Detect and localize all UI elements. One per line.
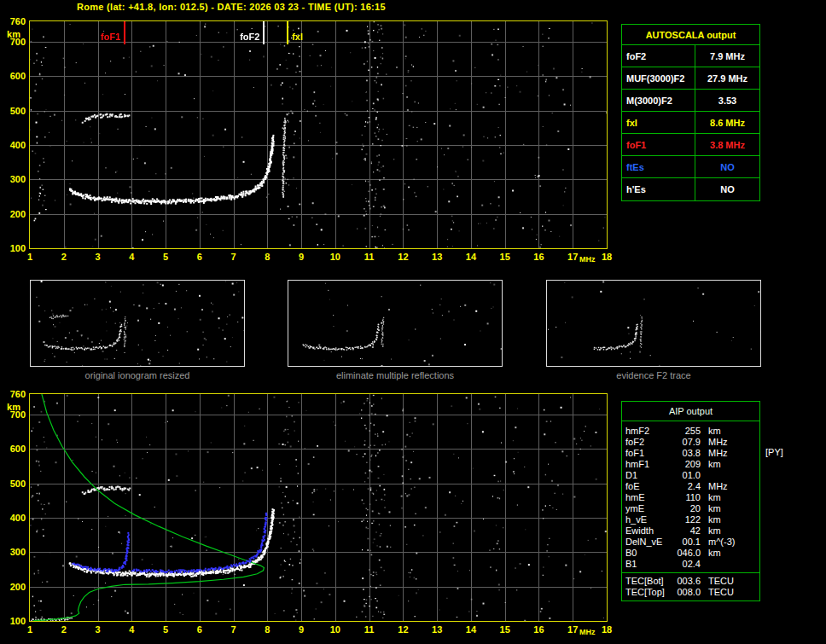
ionogram-plot-top xyxy=(29,20,608,249)
param-label: TEC[Top] xyxy=(625,587,672,598)
thumbnail-multiple-reflections xyxy=(288,280,503,367)
x-tick-label: 18 xyxy=(596,252,617,262)
thumbnail-canvas-f2 xyxy=(547,281,760,366)
param-value: NO xyxy=(695,156,759,177)
param-value: 03.8 xyxy=(672,448,701,459)
thumbnail-caption: evidence F2 trace xyxy=(546,370,761,380)
table-row: DelN_vE 00.1 m^(-3) xyxy=(622,537,759,548)
x-tick-label: 13 xyxy=(427,624,447,635)
x-tick-label: 14 xyxy=(461,252,481,262)
table-row: M(3000)F2 3.53 xyxy=(622,90,759,112)
autoscala-output-title: AUTOSCALA output xyxy=(622,25,759,45)
x-tick-label: 8 xyxy=(257,252,277,262)
x-tick-label: 7 xyxy=(224,624,244,635)
x-tick-label: 10 xyxy=(325,252,346,262)
ionogram-plot-bottom xyxy=(29,393,608,622)
table-row: TEC[Bot] 003.6 TECU xyxy=(622,576,759,587)
param-label: hmF1 xyxy=(625,459,672,470)
param-value: 110 xyxy=(672,492,701,503)
param-unit: km xyxy=(701,548,721,559)
y-tick-label: 500 xyxy=(2,106,26,116)
param-label: B0 xyxy=(625,548,672,559)
param-unit: MHz xyxy=(701,437,728,448)
y-tick-label: 100 xyxy=(2,616,26,626)
ionogram-canvas-bottom xyxy=(30,394,607,621)
param-label: hmF2 xyxy=(625,426,672,437)
table-row: foE 2.4 MHz xyxy=(622,481,759,492)
param-value: 00.1 xyxy=(672,537,701,548)
param-value: 02.4 xyxy=(672,559,701,570)
x-tick-label: 15 xyxy=(495,624,515,635)
table-row: TEC[Top] 008.0 TECU xyxy=(622,587,759,598)
x-tick-label: 9 xyxy=(291,624,311,635)
x-tick-label: 16 xyxy=(528,624,549,635)
x-tick-label: 12 xyxy=(393,252,413,262)
param-label: TEC[Bot] xyxy=(625,576,672,587)
param-label: foF2 xyxy=(622,45,695,67)
table-row: ftEs NO xyxy=(622,156,759,178)
param-value: 27.9 MHz xyxy=(695,67,759,89)
param-unit xyxy=(701,559,708,570)
param-unit: MHz xyxy=(701,448,728,459)
x-axis-unit: MHz xyxy=(579,254,596,264)
table-row: foF1 03.8 MHz xyxy=(622,448,759,459)
thumbnail-caption: eliminate multiple reflections xyxy=(288,370,503,380)
param-label: DelN_vE xyxy=(625,537,672,548)
x-tick-label: 2 xyxy=(54,624,74,635)
table-row: Ewidth 42 km xyxy=(622,525,759,537)
y-tick-label: 600 xyxy=(2,71,26,81)
x-tick-label: 11 xyxy=(359,624,380,635)
param-unit: MHz xyxy=(701,481,728,492)
table-row: hmF1 209 km xyxy=(622,459,759,470)
thumbnail-original-ionogram xyxy=(30,280,245,367)
foF1-marker-line xyxy=(124,21,125,44)
param-unit: km xyxy=(701,492,721,503)
param-label: foF2 xyxy=(625,437,672,448)
param-label: M(3000)F2 xyxy=(622,90,695,111)
x-tick-label: 13 xyxy=(427,252,447,262)
param-value: NO xyxy=(695,178,759,200)
table-row: h'Es NO xyxy=(622,178,759,200)
y-tick-label: 600 xyxy=(2,444,26,454)
x-tick-label: 14 xyxy=(461,624,481,635)
fxI-marker-label: fxI xyxy=(292,32,303,42)
x-tick-label: 3 xyxy=(88,252,108,262)
x-tick-label: 3 xyxy=(88,624,108,635)
x-tick-label: 9 xyxy=(291,252,311,262)
param-label: foF1 xyxy=(622,134,695,155)
y-tick-label: 300 xyxy=(2,174,26,184)
foF2-marker-line xyxy=(263,21,265,44)
x-tick-label: 5 xyxy=(155,624,176,635)
x-tick-label: 7 xyxy=(224,252,244,262)
param-label: D1 xyxy=(625,470,672,481)
y-tick-label: 760 xyxy=(2,389,26,399)
param-unit: km xyxy=(701,514,721,525)
x-tick-label: 18 xyxy=(596,624,617,635)
param-value: 42 xyxy=(672,525,701,537)
py-flag-note: [PY] xyxy=(765,447,783,457)
param-label: h_vE xyxy=(625,514,672,525)
param-label: ftEs xyxy=(622,156,695,177)
foF2-marker-label: foF2 xyxy=(222,32,259,42)
param-value: 046.0 xyxy=(672,548,701,559)
x-tick-label: 11 xyxy=(359,252,380,262)
param-unit: km xyxy=(701,426,721,437)
param-value: 255 xyxy=(672,426,701,437)
x-tick-label: 4 xyxy=(121,624,142,635)
param-value: 8.6 MHz xyxy=(695,112,759,133)
param-unit: TECU xyxy=(701,576,734,587)
y-tick-label: 200 xyxy=(2,209,26,219)
y-tick-label: 200 xyxy=(2,582,26,592)
table-row: D1 01.0 xyxy=(622,470,759,481)
param-value: 122 xyxy=(672,514,701,525)
x-axis-unit: MHz xyxy=(579,627,596,637)
param-unit xyxy=(701,470,708,481)
x-tick-label: 2 xyxy=(54,252,74,262)
x-tick-label: 16 xyxy=(528,252,549,262)
y-tick-label: 500 xyxy=(2,479,26,489)
aip-output-table: AIP output hmF2 255 km foF2 07.9 MHz foF… xyxy=(621,401,760,601)
param-unit: km xyxy=(701,503,721,514)
param-value: 20 xyxy=(672,503,701,514)
y-tick-label: 760 xyxy=(2,16,26,26)
table-row: B1 02.4 xyxy=(622,559,759,570)
